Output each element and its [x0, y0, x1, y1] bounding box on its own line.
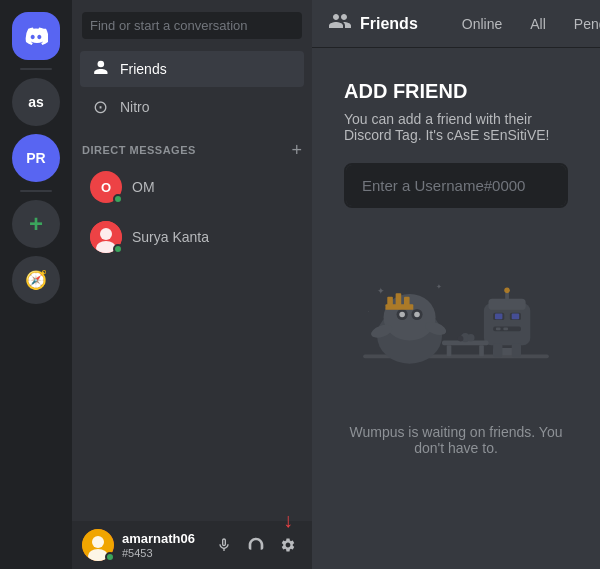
headphones-button[interactable] [242, 531, 270, 559]
dm-item-surya-kanta[interactable]: Surya Kanta [80, 213, 304, 261]
svg-point-4 [92, 536, 104, 548]
server-as[interactable]: as [12, 78, 60, 126]
svg-point-35 [504, 288, 510, 294]
settings-arrow-indicator: ↓ [283, 509, 293, 532]
server-pr[interactable]: PR [12, 134, 60, 182]
svg-rect-27 [512, 314, 519, 320]
dm-item-om[interactable]: O OM [80, 163, 304, 211]
status-dot-sk [113, 244, 123, 254]
nitro-label: Nitro [120, 99, 150, 115]
dm-section-label: DIRECT MESSAGES [82, 144, 196, 156]
add-friend-description: You can add a friend with their Discord … [344, 111, 568, 143]
footer-user-info: amarnath06 #5453 [122, 531, 202, 559]
svg-rect-26 [495, 314, 502, 320]
header-title-area: Friends [328, 9, 418, 38]
svg-text:✦: ✦ [377, 286, 385, 296]
username-input[interactable] [346, 165, 568, 206]
svg-rect-16 [385, 304, 413, 310]
svg-rect-33 [512, 343, 521, 357]
svg-point-12 [414, 312, 420, 318]
wumpus-illustration: ✦ ✦ · [344, 208, 568, 456]
dm-avatar-sk [90, 221, 122, 253]
wumpus-caption: Wumpus is waiting on friends. You don't … [344, 424, 568, 456]
wumpus-area: ✦ ✦ · [344, 208, 568, 516]
svg-rect-38 [479, 345, 484, 356]
footer-status-dot [105, 552, 115, 562]
svg-point-11 [399, 312, 405, 318]
tab-online[interactable]: Online [450, 12, 514, 36]
friends-header-icon [328, 9, 352, 38]
svg-rect-30 [503, 328, 508, 331]
explore-servers-button[interactable]: 🧭 [12, 256, 60, 304]
dm-avatar-om: O [90, 171, 122, 203]
dm-sidebar-footer: amarnath06 #5453 ↓ [72, 521, 312, 569]
main-content: Friends Online All Pending Blocked Add F… [312, 0, 600, 569]
compass-icon: 🧭 [25, 269, 47, 291]
server-sidebar: as PR + 🧭 [0, 0, 72, 569]
discord-home-icon[interactable] [12, 12, 60, 60]
svg-rect-37 [447, 345, 452, 356]
dm-sidebar: Friends ⊙ Nitro DIRECT MESSAGES + O OM [72, 0, 312, 569]
dm-section-header: DIRECT MESSAGES + [72, 125, 312, 163]
friends-icon [90, 59, 110, 79]
nitro-nav-item[interactable]: ⊙ Nitro [80, 89, 304, 125]
svg-point-40 [458, 336, 464, 342]
search-bar-container [72, 0, 312, 51]
tab-all[interactable]: All [518, 12, 558, 36]
footer-discriminator: #5453 [122, 547, 202, 559]
svg-point-41 [467, 334, 474, 341]
friends-label: Friends [120, 61, 167, 77]
user-settings-button[interactable]: ↓ [274, 531, 302, 559]
search-input[interactable] [82, 12, 302, 39]
add-friend-input-row: Send Friend Request [344, 163, 568, 208]
header-title: Friends [360, 15, 418, 33]
mic-button[interactable] [210, 531, 238, 559]
svg-rect-32 [493, 343, 502, 357]
status-dot-om [113, 194, 123, 204]
footer-icons: ↓ [210, 531, 302, 559]
svg-point-1 [100, 228, 112, 240]
friends-content: ADD FRIEND You can add a friend with the… [312, 48, 600, 569]
footer-username: amarnath06 [122, 531, 202, 547]
dm-list: O OM Surya Kanta [72, 163, 312, 261]
dm-name-om: OM [132, 179, 155, 195]
footer-avatar [82, 529, 114, 561]
dm-name-sk: Surya Kanta [132, 229, 209, 245]
server-divider [20, 68, 52, 70]
add-friend-title: ADD FRIEND [344, 80, 568, 103]
svg-text:·: · [368, 308, 370, 314]
plus-icon: + [29, 210, 43, 238]
friends-nav-item[interactable]: Friends [80, 51, 304, 87]
dm-nav: Friends ⊙ Nitro [72, 51, 312, 125]
header-tabs: Online All Pending Blocked Add Friend [450, 4, 600, 44]
new-dm-button[interactable]: + [291, 141, 302, 159]
wumpus-svg: ✦ ✦ · [344, 208, 568, 408]
svg-rect-29 [496, 328, 501, 331]
tab-pending[interactable]: Pending [562, 12, 600, 36]
add-server-button[interactable]: + [12, 200, 60, 248]
main-header: Friends Online All Pending Blocked Add F… [312, 0, 600, 48]
svg-text:✦: ✦ [436, 282, 442, 291]
server-divider-2 [20, 190, 52, 192]
nitro-icon: ⊙ [90, 97, 110, 117]
